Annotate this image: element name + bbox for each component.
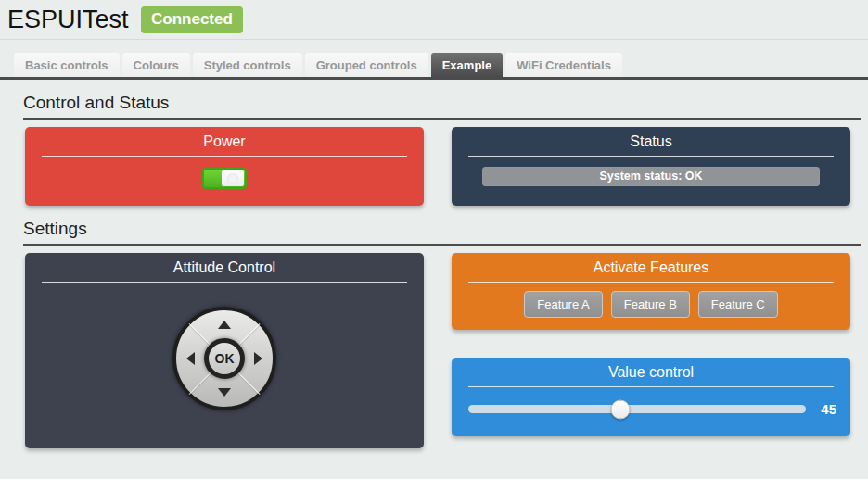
- slider-row: 45: [468, 401, 836, 417]
- dpad-down-arrow-button[interactable]: [218, 388, 231, 397]
- section-title-control-and-status: Control and Status: [23, 93, 861, 113]
- settings-right-column: Activate Features Feature A Feature B Fe…: [452, 253, 850, 448]
- features-panel-title: Activate Features: [452, 253, 850, 276]
- slider-value-label: 45: [818, 401, 836, 417]
- section-divider: [23, 244, 861, 246]
- tab-example[interactable]: Example: [431, 53, 503, 77]
- panel-title-divider: [468, 282, 834, 283]
- dpad-ok-button[interactable]: OK: [204, 338, 245, 379]
- power-toggle-knob[interactable]: [222, 170, 244, 186]
- dpad-left-arrow-button[interactable]: [186, 352, 195, 365]
- activate-features-panel: Activate Features Feature A Feature B Fe…: [452, 253, 850, 330]
- tab-grouped-controls[interactable]: Grouped controls: [305, 53, 428, 77]
- feature-b-button[interactable]: Feature B: [611, 291, 690, 318]
- tab-colours[interactable]: Colours: [122, 53, 190, 77]
- status-panel: Status System status: OK: [452, 127, 850, 206]
- attitude-panel-title: Attitude Control: [25, 253, 424, 276]
- power-panel: Power: [25, 127, 424, 206]
- dpad-right-arrow-button[interactable]: [254, 352, 262, 365]
- dpad-control[interactable]: OK: [172, 307, 276, 410]
- power-panel-title: Power: [25, 127, 424, 150]
- slider-knob[interactable]: [610, 399, 630, 419]
- panel-title-divider: [42, 156, 407, 157]
- section-title-settings: Settings: [23, 219, 861, 239]
- tab-basic-controls[interactable]: Basic controls: [14, 53, 120, 77]
- app-title: ESPUITest: [7, 6, 129, 34]
- tab-wifi-credentials[interactable]: WiFi Credentials: [505, 53, 622, 77]
- feature-a-button[interactable]: Feature A: [524, 291, 602, 318]
- feature-buttons-row: Feature A Feature B Feature C: [452, 291, 850, 318]
- section-divider: [23, 118, 861, 120]
- tab-bar: Basic controls Colours Styled controls G…: [0, 53, 868, 80]
- value-slider[interactable]: [468, 405, 806, 413]
- system-status-label: System status: OK: [482, 167, 820, 186]
- panel-title-divider: [468, 156, 834, 157]
- tab-styled-controls[interactable]: Styled controls: [193, 53, 302, 77]
- connection-status-badge: Connected: [141, 6, 243, 33]
- status-panel-title: Status: [452, 127, 850, 150]
- power-switch-container: [25, 168, 424, 189]
- dpad-up-arrow-button[interactable]: [218, 321, 231, 329]
- value-control-panel: Value control 45: [452, 358, 850, 436]
- value-panel-title: Value control: [452, 358, 850, 381]
- control-status-row: Power Status System status: OK: [25, 127, 850, 206]
- feature-c-button[interactable]: Feature C: [698, 291, 778, 318]
- power-toggle-switch[interactable]: [202, 168, 247, 189]
- settings-row: Attitude Control OK Activate Features Fe…: [25, 253, 850, 448]
- attitude-control-panel: Attitude Control OK: [25, 253, 424, 448]
- panel-title-divider: [468, 386, 834, 387]
- app-header: ESPUITest Connected: [0, 0, 868, 40]
- dpad-container: OK: [25, 283, 424, 410]
